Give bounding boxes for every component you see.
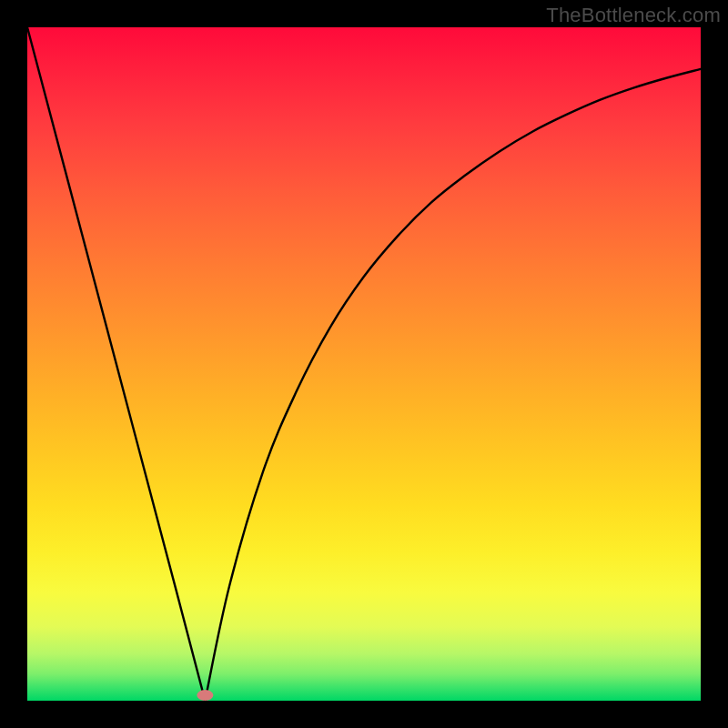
curve-left-branch: [27, 27, 205, 701]
curve-right-branch: [205, 69, 701, 701]
minimum-marker: [197, 690, 213, 701]
chart-container: TheBottleneck.com: [0, 0, 728, 728]
curve-svg: [27, 27, 701, 701]
watermark-text: TheBottleneck.com: [546, 4, 721, 27]
plot-area: [27, 27, 701, 701]
